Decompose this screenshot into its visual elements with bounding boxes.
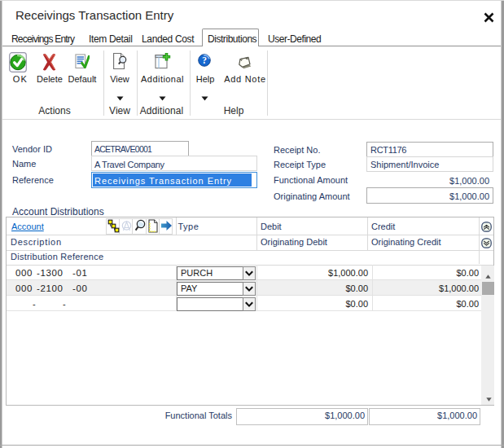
svg-text:?: ?	[202, 55, 207, 65]
